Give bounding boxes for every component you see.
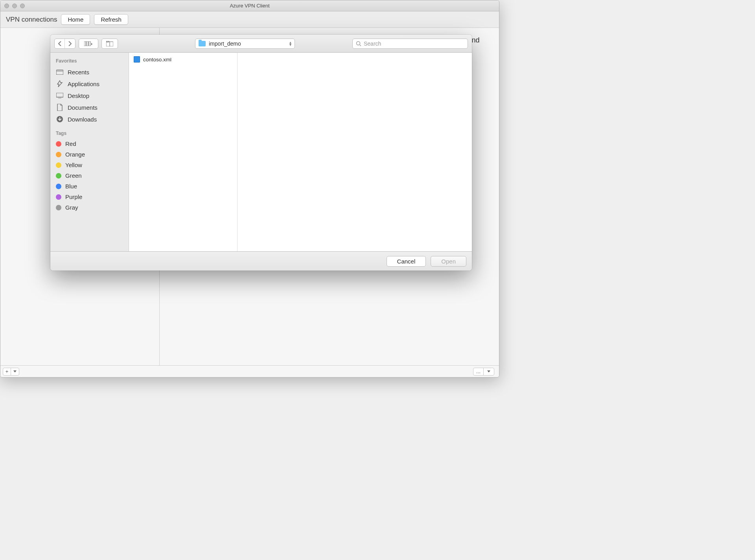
sidebar-item-label: Documents (68, 104, 98, 111)
sidebar-item-label: Desktop (68, 92, 89, 99)
bottom-bar: + ... (0, 365, 499, 377)
cancel-button[interactable]: Cancel (387, 256, 426, 267)
tag-dot-icon (56, 194, 61, 200)
tag-label: Green (65, 172, 82, 179)
open-button[interactable]: Open (431, 256, 466, 267)
sidebar-item-label: Downloads (68, 116, 97, 123)
add-connection-menu[interactable] (11, 368, 19, 375)
add-connection-button[interactable]: + (3, 368, 11, 375)
refresh-button[interactable]: Refresh (94, 14, 128, 25)
chevron-right-icon (68, 41, 72, 46)
sidebar-item-downloads[interactable]: Downloads (50, 113, 129, 125)
recents-icon (56, 68, 64, 76)
sidebar-tag-yellow[interactable]: Yellow (50, 160, 129, 170)
chevron-down-icon (487, 370, 490, 373)
chevron-down-icon (13, 370, 17, 373)
actions-group: ... (473, 368, 494, 376)
main-toolbar: VPN connections Home Refresh (0, 11, 499, 28)
folder-grid-icon (106, 41, 113, 46)
dialog-sidebar: Favorites Recents Applications Desktop D… (50, 53, 129, 251)
tag-dot-icon (56, 152, 61, 157)
sidebar-item-applications[interactable]: Applications (50, 78, 129, 90)
sidebar-tag-red[interactable]: Red (50, 138, 129, 149)
dialog-toolbar: import_demo ▴▾ Search (50, 35, 472, 53)
chevron-left-icon (58, 41, 62, 46)
actions-button[interactable]: ... (473, 368, 484, 375)
svg-point-6 (357, 41, 360, 45)
sidebar-item-label: Recents (68, 69, 89, 76)
svg-rect-10 (56, 93, 63, 97)
sidebar-tag-purple[interactable]: Purple (50, 192, 129, 202)
applications-icon (56, 80, 64, 88)
forward-button[interactable] (65, 39, 75, 48)
sidebar-tag-orange[interactable]: Orange (50, 149, 129, 160)
sidebar-item-label: Applications (68, 81, 99, 87)
sidebar-item-desktop[interactable]: Desktop (50, 90, 129, 101)
tags-header: Tags (50, 129, 129, 138)
sidebar-tag-blue[interactable]: Blue (50, 181, 129, 192)
actions-menu[interactable] (484, 368, 494, 375)
sidebar-item-documents[interactable]: Documents (50, 101, 129, 113)
path-dropdown[interactable]: import_demo ▴▾ (195, 39, 295, 49)
folder-icon (199, 41, 206, 46)
group-button[interactable] (101, 39, 118, 49)
tag-dot-icon (56, 173, 61, 179)
back-button[interactable] (55, 39, 65, 48)
home-button[interactable]: Home (61, 14, 90, 25)
sidebar-tag-gray[interactable]: Gray (50, 202, 129, 213)
file-item[interactable]: contoso.xml (129, 55, 237, 64)
toolbar-label: VPN connections (6, 16, 57, 24)
favorites-header: Favorites (50, 57, 129, 66)
preview-column (238, 53, 472, 251)
tag-label: Yellow (65, 162, 82, 168)
downloads-icon (56, 115, 64, 123)
search-icon (356, 41, 361, 46)
dialog-footer: Cancel Open (50, 252, 472, 271)
tag-dot-icon (56, 184, 61, 189)
svg-rect-1 (87, 41, 88, 46)
tag-label: Orange (65, 151, 85, 158)
window-title: Azure VPN Client (0, 3, 499, 9)
nav-buttons (54, 39, 76, 49)
tag-label: Blue (65, 183, 77, 190)
svg-line-7 (360, 45, 361, 46)
desktop-icon (56, 92, 64, 99)
dialog-body: Favorites Recents Applications Desktop D… (50, 53, 472, 252)
path-label: import_demo (209, 41, 241, 47)
xml-file-icon (134, 56, 140, 63)
tag-label: Gray (65, 204, 78, 211)
add-connection-group: + (3, 368, 19, 376)
sidebar-tag-green[interactable]: Green (50, 170, 129, 181)
tag-dot-icon (56, 205, 61, 210)
dropdown-arrows-icon: ▴▾ (289, 41, 291, 46)
open-file-dialog: import_demo ▴▾ Search Favorites Recents … (50, 35, 472, 271)
file-column: contoso.xml (129, 53, 238, 251)
svg-rect-0 (84, 41, 86, 46)
tag-dot-icon (56, 141, 61, 147)
svg-rect-8 (56, 70, 63, 75)
documents-icon (56, 103, 64, 111)
tag-label: Red (65, 140, 76, 147)
titlebar: Azure VPN Client (0, 0, 499, 11)
search-placeholder: Search (364, 41, 381, 47)
view-mode-button[interactable] (79, 39, 98, 49)
column-view-icon (79, 39, 98, 48)
tag-label: Purple (65, 193, 82, 200)
sidebar-item-recents[interactable]: Recents (50, 66, 129, 78)
tag-dot-icon (56, 162, 61, 168)
file-name: contoso.xml (143, 57, 171, 63)
svg-rect-2 (89, 41, 90, 46)
search-input[interactable]: Search (352, 39, 468, 49)
